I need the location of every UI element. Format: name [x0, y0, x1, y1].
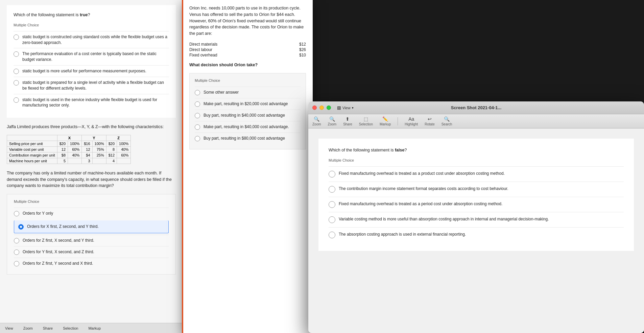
toolbar-highlight-btn[interactable]: Aa Highlight	[405, 116, 418, 126]
win3-radio-3[interactable]	[329, 201, 335, 208]
win2-radio-4[interactable]	[195, 124, 200, 130]
win2-option-2-row[interactable]: Make part, resulting in $20,000 cost adv…	[195, 98, 301, 110]
win3-option-3-row[interactable]: Fixed manufacturing overhead is treated …	[329, 197, 624, 212]
win2-scroll[interactable]: Orion Inc. needs 10,000 parts to use in …	[183, 0, 313, 333]
win2-option-4-text: Make part, resulting in $40,000 cost adv…	[204, 124, 301, 130]
win3-question-text: Which of the following statement is fals…	[329, 147, 624, 153]
rotate-icon: ↩	[428, 116, 432, 122]
traffic-light-fullscreen[interactable]	[327, 105, 331, 110]
win3-option-4-row[interactable]: Variable costing method is more useful t…	[329, 212, 624, 227]
toolbar-selection-btn[interactable]: ⬚ Selection	[359, 116, 373, 126]
question-1-panel: Which of the following statement is true…	[7, 5, 176, 118]
search-icon: 🔍	[444, 116, 450, 122]
toolbar-share[interactable]: Share	[43, 326, 53, 330]
q2-option-3-row[interactable]: Orders for Z first, X second, and Y thir…	[14, 235, 169, 246]
table-cell-x-cm-pct: 40%	[68, 152, 82, 158]
q1-option-3-row[interactable]: static budget is more useful for perform…	[14, 65, 169, 77]
toolbar-markup[interactable]: Markup	[88, 326, 101, 330]
table-cell-z-vc-pct: 40%	[117, 146, 131, 152]
win2-radio-1[interactable]	[195, 90, 200, 95]
win2-option-1-text: Some other answer	[204, 90, 301, 95]
cost-value-fo: $10	[299, 53, 306, 57]
toolbar-share-btn[interactable]: ⬆ Share	[343, 116, 352, 126]
toolbar-rotate-btn[interactable]: ↩ Rotate	[425, 116, 434, 126]
q2-radio-2[interactable]	[18, 224, 24, 230]
separator-bar	[182, 0, 183, 333]
q2-intro-text: Jaffa Limited produces three products—X,…	[7, 124, 176, 130]
share-icon: ⬆	[345, 116, 350, 122]
win2-option-3-row[interactable]: Buy part, resulting in $40,000 cost adva…	[195, 110, 301, 121]
win2-radio-2[interactable]	[195, 101, 200, 107]
win3-radio-2[interactable]	[329, 186, 335, 193]
win2-option-5-text: Buy part, resulting in $80,000 cost adva…	[204, 136, 301, 141]
table-row-variable-cost: Variable cost per unit 12 60% 12 75% 8 4…	[7, 146, 131, 152]
q1-option-4-text: static budget is prepared for a single l…	[22, 80, 169, 91]
toolbar-zoom-btn[interactable]: 🔍 Zoom	[312, 116, 321, 126]
traffic-light-minimize[interactable]	[319, 105, 324, 110]
q2-option-5-text: Orders for Z first, Y second and X third…	[23, 261, 169, 266]
q2-option-4-text: Orders for Y first, X second, and Z thir…	[23, 249, 169, 255]
win1-scroll[interactable]: Which of the following statement is true…	[0, 0, 183, 333]
q2-option-4-row[interactable]: Orders for Y first, X second, and Z thir…	[14, 246, 169, 258]
q1-radio-1[interactable]	[14, 34, 19, 40]
q2-option-5-row[interactable]: Orders for Z first, Y second and X third…	[14, 258, 169, 269]
cost-label-dl: Direct labour	[189, 47, 212, 52]
win2-mc-section: Multiple Choice Some other answer Make p…	[189, 73, 306, 149]
toolbar-search-btn[interactable]: 🔍 Search	[442, 116, 452, 126]
q2-mc-label: Multiple Choice	[14, 199, 169, 204]
cost-value-dl: $26	[299, 47, 306, 52]
q1-radio-5[interactable]	[14, 97, 19, 103]
highlight-label: Highlight	[405, 122, 418, 126]
window-left: Which of the following statement is true…	[0, 0, 183, 333]
table-cell-z-vc-val: 8	[106, 146, 117, 152]
win3-option-5-row[interactable]: The absorption costing approach is used …	[329, 227, 624, 242]
table-cell-label-mh: Machine hours per unit	[7, 158, 57, 164]
q1-option-1-row[interactable]: static budget is constructed using stand…	[14, 31, 169, 48]
table-cell-y-mh-val: 3	[82, 158, 92, 164]
q2-radio-3[interactable]	[14, 238, 19, 243]
win3-radio-1[interactable]	[329, 171, 335, 177]
win2-option-5-row[interactable]: Buy part, resulting in $80,000 cost adva…	[195, 133, 301, 144]
win2-cost-table: Direct materials $12 Direct labour $26 F…	[189, 42, 306, 58]
q2-mc-section: Multiple Choice Orders for Y only Orders…	[7, 194, 176, 275]
q1-option-2-row[interactable]: The performance evaluation of a cost cen…	[14, 48, 169, 65]
win1-bottom-toolbar: View Zoom Share Selection Markup	[0, 323, 183, 333]
table-cell-y-vc-val: 12	[82, 146, 92, 152]
table-cell-y-sp-pct: 100%	[92, 141, 106, 146]
q1-option-5-row[interactable]: static budget is used in the service ind…	[14, 94, 169, 111]
win3-radio-4[interactable]	[329, 216, 335, 223]
toolbar-selection[interactable]: Selection	[63, 326, 78, 330]
win2-radio-5[interactable]	[195, 136, 200, 141]
q2-option-2-text: Orders for X first, Z second, and Y thir…	[27, 224, 164, 230]
q2-radio-4[interactable]	[14, 249, 19, 255]
q2-radio-5[interactable]	[14, 261, 19, 266]
q2-option-1-row[interactable]: Orders for Y only	[14, 208, 169, 219]
toolbar-markup-btn[interactable]: ✏️ Markup	[380, 116, 391, 126]
win3-content[interactable]: Which of the following statement is fals…	[308, 128, 644, 333]
table-cell-y-sp-val: $16	[82, 141, 92, 146]
q2-option-1-text: Orders for Y only	[23, 211, 169, 216]
view-chevron-icon: ▾	[352, 106, 354, 110]
toolbar-view[interactable]: View	[5, 326, 13, 330]
win2-option-4-row[interactable]: Make part, resulting in $40,000 cost adv…	[195, 121, 301, 133]
win3-option-1-row[interactable]: Fixed manufacturing overhead is treated …	[329, 166, 624, 182]
q1-radio-4[interactable]	[14, 80, 19, 86]
q1-radio-2[interactable]	[14, 51, 19, 57]
q1-radio-3[interactable]	[14, 69, 19, 74]
q2-radio-1[interactable]	[14, 211, 19, 216]
cost-row-dl: Direct labour $26	[189, 47, 306, 52]
q2-option-2-row[interactable]: Orders for X first, Z second, and Y thir…	[14, 220, 169, 233]
win2-inner: Orion Inc. needs 10,000 parts to use in …	[183, 0, 313, 154]
table-row-machine-hours: Machine hours per unit 5 3 4	[7, 158, 131, 164]
toolbar-zoom[interactable]: Zoom	[23, 326, 33, 330]
traffic-light-close[interactable]	[312, 105, 317, 110]
highlight-icon: Aa	[408, 116, 414, 122]
table-cell-x-mh-empty	[68, 158, 82, 164]
win2-radio-3[interactable]	[195, 113, 200, 118]
win3-radio-5[interactable]	[329, 232, 335, 238]
toolbar-zoom-out-btn[interactable]: 🔍 Zoom	[328, 116, 337, 126]
win3-view-btn[interactable]: ⊞ View ▾	[337, 105, 354, 111]
win3-option-2-row[interactable]: The contribution margin income statement…	[329, 182, 624, 197]
win2-option-1-row[interactable]: Some other answer	[195, 87, 301, 98]
q1-option-4-row[interactable]: static budget is prepared for a single l…	[14, 77, 169, 94]
